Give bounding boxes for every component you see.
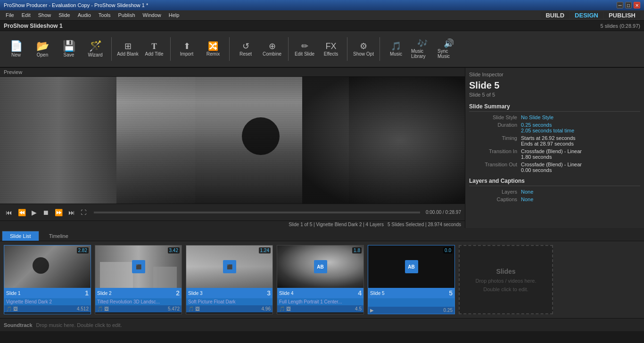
duration-row: Duration 0.25 seconds 2.05 seconds total… (469, 122, 640, 133)
total-duration-value[interactable]: 2.05 seconds total time (521, 128, 574, 133)
slide-item-5[interactable]: AB 0.0 Slide 5 5 ▶ 0.25 (368, 245, 455, 314)
preview-label: Preview (0, 68, 465, 77)
tab-slide-list[interactable]: Slide List (2, 231, 39, 241)
menu-audio[interactable]: Audio (74, 11, 95, 19)
transition-out-row: Transition Out Crossfade (Blend) - Linea… (469, 162, 640, 173)
progress-bar[interactable] (94, 212, 420, 213)
inspector-slide-subtitle: Slide 5 of 5 (469, 92, 640, 98)
slide-item-3[interactable]: ⬛ 1.24 Slide 3 3 Soft Picture Float Dark… (186, 245, 273, 314)
transition-in-duration: 1.80 seconds (521, 154, 582, 160)
tab-timeline[interactable]: Timeline (41, 231, 76, 241)
slide-position-info: Slide 1 of 5 | Vignette Blend Dark 2 | 4… (289, 222, 384, 227)
music-library-icon: 🎶 (417, 39, 428, 48)
edit-slide-icon: ✏ (301, 42, 308, 50)
open-icon: 📂 (36, 41, 49, 51)
toolbar-add-blank[interactable]: ⊞ Add Blank (116, 33, 140, 65)
slide-4-number: 4 (358, 289, 362, 297)
captions-value[interactable]: None (521, 196, 533, 202)
menu-show[interactable]: Show (34, 11, 55, 19)
menu-bar: File Edit Show Slide Audio Tools Publish… (0, 10, 185, 21)
effects-icon: FX (325, 42, 336, 50)
toolbar-sync-music[interactable]: 🔊 Sync Music (437, 33, 461, 65)
add-blank-icon: ⊞ (124, 42, 132, 50)
slide-1-duration: 4.512 (77, 306, 89, 311)
publish-header-button[interactable]: PUBLISH (604, 12, 640, 19)
toolbar-save[interactable]: 💾 Save (57, 33, 81, 65)
toolbar-import[interactable]: ⬆ Import (174, 33, 199, 65)
drop-area-hint2: Double click to edit. (483, 286, 528, 292)
toolbar-edit-slide[interactable]: ✏ Edit Slide (292, 33, 317, 65)
menu-file[interactable]: File (2, 11, 18, 19)
slide-3-transition-badge: ⬛ (223, 260, 236, 273)
menu-publish[interactable]: Publish (115, 11, 139, 19)
skip-end-button[interactable]: ⏭ (66, 208, 77, 217)
design-button[interactable]: DESIGN (570, 12, 603, 19)
toolbar-reset[interactable]: ↺ Reset (233, 33, 258, 65)
toolbar-new[interactable]: 📄 New (4, 33, 28, 65)
next-frame-button[interactable]: ⏩ (53, 208, 65, 217)
slide-4-name: Slide 4 (279, 291, 294, 296)
slide-style-value[interactable]: No Slide Style (521, 114, 553, 120)
wizard-icon: 🪄 (89, 41, 102, 51)
inspector-panel: Slide Inspector Slide 5 Slide 5 of 5 Sli… (465, 68, 644, 228)
menu-slide[interactable]: Slide (55, 11, 74, 19)
toolbar-music[interactable]: 🎵 Music (384, 33, 408, 65)
import-icon: ⬆ (183, 42, 190, 50)
toolbar-wizard[interactable]: 🪄 Wizard (83, 33, 107, 65)
slide-item-4[interactable]: AB 1.8 Slide 4 4 Full Length Portrait 1 … (277, 245, 364, 314)
timing-start-value: Starts at 26.92 seconds (521, 135, 576, 141)
toolbar-combine[interactable]: ⊕ Combine (260, 33, 284, 65)
layers-value[interactable]: None (521, 189, 533, 195)
slide-thumbnail-2: ⬛ 3.42 (95, 245, 182, 288)
fullscreen-button[interactable]: ⛶ (79, 208, 88, 217)
transition-out-duration: 0.00 seconds (521, 167, 582, 173)
slide-3-icons: 🎵 🖼 (188, 306, 200, 311)
slide-item-2[interactable]: ⬛ 3.42 Slide 2 2 Tilted Revolution 3D La… (95, 245, 182, 314)
menu-tools[interactable]: Tools (95, 11, 115, 19)
toolbar-show-opt[interactable]: ⚙ Show Opt (351, 33, 376, 65)
slide-style-row: Slide Style No Slide Style (469, 114, 640, 120)
preview-pane: Preview ⏮ ⏪ ▶ ⏹ ⏩ ⏭ ⛶ (0, 68, 465, 228)
remix-icon: 🔀 (208, 42, 218, 50)
menu-window[interactable]: Window (139, 11, 165, 19)
tab-bar: Slide List Timeline (0, 228, 644, 241)
soundtrack-label: Soundtrack (4, 322, 33, 328)
slide-thumbnail-4: AB 1.8 (277, 245, 363, 288)
slide-item-1[interactable]: 2.82 Slide 1 1 Vignette Blend Dark 2 🎵 🖼… (4, 245, 91, 314)
play-button[interactable]: ▶ (30, 208, 39, 217)
stop-button[interactable]: ⏹ (41, 208, 51, 217)
reset-icon: ↺ (242, 42, 249, 50)
preview-controls: ⏮ ⏪ ▶ ⏹ ⏩ ⏭ ⛶ 0:00.00 / 0:28.97 (0, 204, 465, 220)
toolbar-open[interactable]: 📂 Open (30, 33, 55, 65)
show-opt-icon: ⚙ (360, 42, 367, 50)
timing-end-value: Ends at 28.97 seconds (521, 141, 576, 147)
toolbar-effects[interactable]: FX Effects (319, 33, 343, 65)
slide-5-transition-badge: AB (405, 260, 418, 273)
build-button[interactable]: BUILD (541, 12, 569, 19)
drop-area-hint1: Drop photos / videos here. (475, 278, 536, 284)
add-title-icon: 𝐓 (151, 42, 157, 50)
slide-selected-info: 5 Slides Selected | 28.974 seconds (388, 222, 461, 227)
minimize-button[interactable]: ─ (617, 2, 623, 8)
slide-5-name: Slide 5 (370, 291, 385, 296)
layers-section-header: Layers and Captions (469, 178, 640, 186)
slide-3-duration-badge: 1.24 (259, 247, 271, 253)
menu-edit[interactable]: Edit (18, 11, 34, 19)
slide-2-transition-badge: ⬛ (132, 260, 145, 273)
menu-help[interactable]: Help (165, 11, 183, 19)
slide-drop-area[interactable]: Slides Drop photos / videos here. Double… (459, 245, 553, 314)
skip-start-button[interactable]: ⏮ (4, 208, 14, 217)
title-bar: ProShow Producer - Evaluation Copy - Pro… (0, 0, 644, 10)
slide-list-container: 2.82 Slide 1 1 Vignette Blend Dark 2 🎵 🖼… (0, 241, 644, 318)
toolbar-music-library[interactable]: 🎶 Music Library (410, 33, 435, 65)
toolbar-add-title[interactable]: 𝐓 Add Title (142, 33, 166, 65)
maximize-button[interactable]: □ (625, 2, 632, 8)
duration-value[interactable]: 0.25 seconds (521, 122, 574, 128)
slide-thumbnail-1: 2.82 (4, 245, 91, 288)
slide-1-name: Slide 1 (6, 291, 21, 296)
toolbar: 📄 New 📂 Open 💾 Save 🪄 Wizard ⊞ Add Blank… (0, 31, 644, 68)
slide-4-transition-badge: AB (314, 260, 327, 273)
toolbar-remix[interactable]: 🔀 Remix (201, 33, 225, 65)
close-button[interactable]: ✕ (634, 2, 640, 8)
prev-frame-button[interactable]: ⏪ (16, 208, 28, 217)
